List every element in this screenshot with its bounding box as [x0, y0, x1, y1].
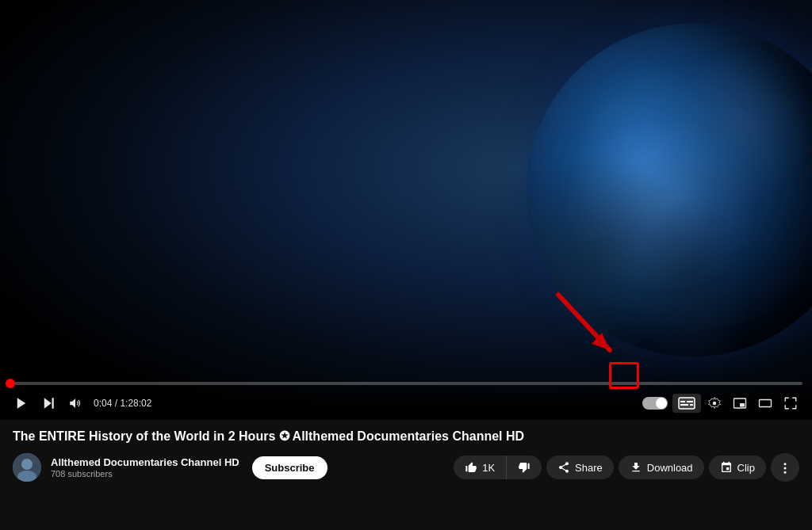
svg-point-18: [784, 463, 787, 465]
subscribe-button[interactable]: Subscribe: [252, 456, 327, 479]
share-icon: [557, 461, 570, 474]
video-title: The ENTIRE History of the World in 2 Hou…: [13, 428, 799, 445]
clip-button[interactable]: Clip: [709, 456, 766, 479]
svg-rect-10: [690, 404, 693, 406]
action-buttons: 1K: [454, 453, 799, 482]
next-button[interactable]: [36, 393, 60, 414]
video-info: The ENTIRE History of the World in 2 Hou…: [0, 420, 812, 530]
like-dislike-group: 1K: [454, 456, 542, 479]
earth-visual: [527, 24, 812, 357]
like-count: 1K: [482, 462, 495, 474]
svg-rect-7: [680, 401, 685, 402]
thumbs-up-icon: [465, 461, 477, 474]
svg-marker-5: [70, 398, 75, 408]
channel-name: Allthemed Documentaries Channel HD: [51, 456, 239, 468]
svg-point-20: [784, 471, 787, 474]
svg-rect-9: [680, 404, 688, 406]
svg-point-19: [784, 467, 787, 470]
controls-bar: 0:04 / 1:28:02: [0, 376, 812, 420]
theater-mode-button[interactable]: [753, 393, 777, 414]
svg-rect-4: [52, 398, 54, 409]
svg-marker-2: [17, 398, 26, 409]
channel-info: Allthemed Documentaries Channel HD 708 s…: [51, 456, 239, 479]
miniplayer-button[interactable]: [728, 393, 752, 414]
clip-icon: [720, 461, 733, 474]
svg-point-11: [713, 402, 717, 406]
download-label: Download: [647, 462, 693, 474]
like-button[interactable]: 1K: [454, 456, 507, 479]
right-controls: [642, 393, 802, 414]
download-button[interactable]: Download: [619, 456, 704, 479]
progress-bar[interactable]: [10, 382, 802, 385]
channel-avatar: [13, 453, 41, 482]
autoplay-toggle[interactable]: [642, 397, 668, 410]
settings-button[interactable]: [703, 393, 726, 414]
controls-row: 0:04 / 1:28:02: [10, 390, 802, 417]
svg-point-16: [21, 459, 33, 470]
share-label: Share: [575, 462, 603, 474]
download-icon: [630, 461, 642, 474]
page-wrapper: 0:04 / 1:28:02: [0, 0, 812, 530]
channel-row: Allthemed Documentaries Channel HD 708 s…: [13, 453, 799, 482]
toggle-thumb: [656, 398, 667, 409]
share-button[interactable]: Share: [546, 456, 614, 479]
svg-marker-3: [44, 398, 52, 409]
more-options-button[interactable]: [771, 453, 799, 482]
current-time: 0:04 / 1:28:02: [94, 398, 151, 409]
svg-rect-13: [740, 403, 745, 407]
video-player: 0:04 / 1:28:02: [0, 0, 812, 420]
svg-rect-6: [679, 398, 695, 409]
more-icon: [778, 459, 792, 476]
play-button[interactable]: [10, 393, 33, 414]
progress-dot: [6, 379, 15, 388]
fullscreen-button[interactable]: [779, 393, 802, 414]
toggle-track[interactable]: [642, 397, 668, 410]
clip-label: Clip: [737, 462, 755, 474]
svg-rect-14: [760, 399, 772, 406]
subscriber-count: 708 subscribers: [51, 469, 239, 479]
volume-button[interactable]: [63, 393, 87, 414]
dislike-button[interactable]: [507, 456, 542, 479]
svg-rect-8: [687, 401, 693, 402]
subtitles-button[interactable]: [672, 394, 701, 413]
thumbs-down-icon: [518, 461, 530, 474]
